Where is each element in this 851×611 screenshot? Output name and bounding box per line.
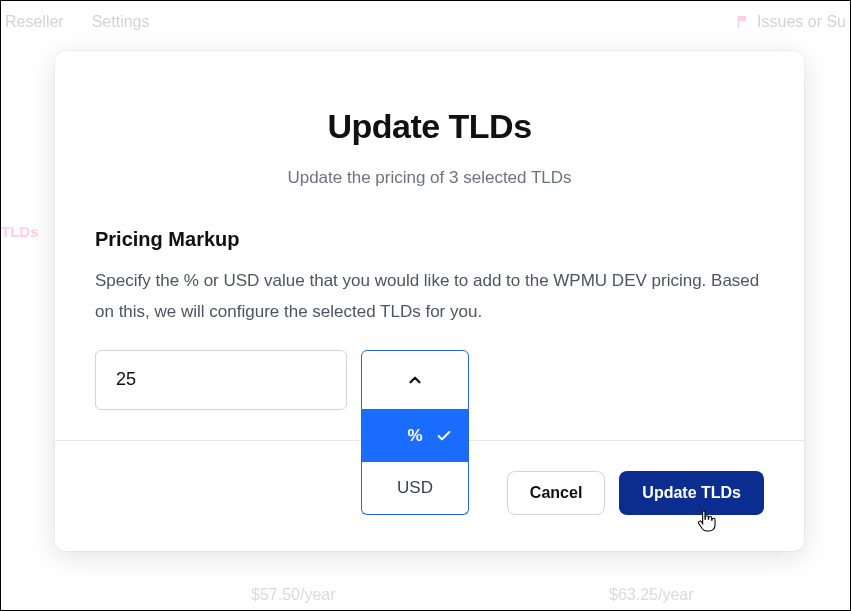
chevron-up-icon xyxy=(406,371,424,389)
markup-field-row: % USD xyxy=(95,350,764,410)
markup-value-input[interactable] xyxy=(95,350,347,410)
update-tlds-button[interactable]: Update TLDs xyxy=(619,471,764,515)
modal-body: Pricing Markup Specify the % or USD valu… xyxy=(55,218,804,440)
dropdown-option-percent[interactable]: % xyxy=(362,410,468,462)
pricing-markup-heading: Pricing Markup xyxy=(95,228,764,251)
cancel-button-label: Cancel xyxy=(530,484,582,502)
cancel-button[interactable]: Cancel xyxy=(507,471,605,515)
update-tlds-modal: Update TLDs Update the pricing of 3 sele… xyxy=(55,51,804,551)
modal-title: Update TLDs xyxy=(95,107,764,146)
dropdown-option-label: USD xyxy=(397,478,433,498)
dropdown-trigger[interactable] xyxy=(361,350,469,410)
dropdown-list: % USD xyxy=(361,410,469,515)
modal-subtitle: Update the pricing of 3 selected TLDs xyxy=(95,168,764,188)
pricing-markup-description: Specify the % or USD value that you woul… xyxy=(95,265,764,328)
dropdown-option-label: % xyxy=(407,426,422,446)
modal-header: Update TLDs Update the pricing of 3 sele… xyxy=(55,51,804,218)
markup-unit-dropdown[interactable]: % USD xyxy=(361,350,469,410)
update-tlds-button-label: Update TLDs xyxy=(642,484,741,502)
dropdown-option-usd[interactable]: USD xyxy=(362,462,468,514)
check-icon xyxy=(436,428,452,444)
